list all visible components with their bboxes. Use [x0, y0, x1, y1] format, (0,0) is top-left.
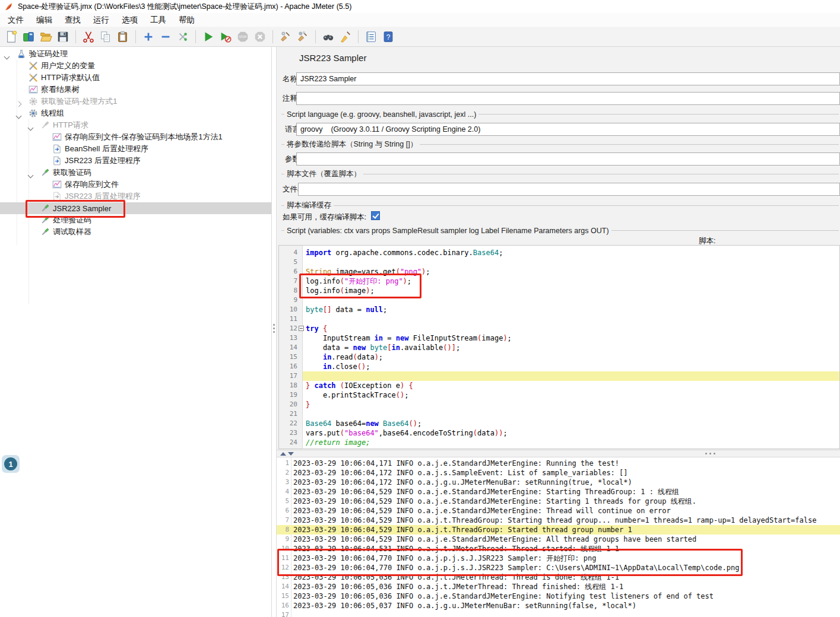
log-line-9: 92023-03-29 10:06:04,529 INFO o.a.j.e.St… — [277, 535, 840, 544]
tree-node-label: HTTP请求默认值 — [41, 72, 100, 83]
parameters-input[interactable] — [296, 152, 840, 166]
toggle-button[interactable] — [175, 29, 191, 44]
stop-icon: STOP — [236, 30, 249, 43]
tree-node-5[interactable]: 线程组 — [0, 107, 271, 119]
fold-collapse-icon[interactable] — [299, 326, 304, 331]
menu-run[interactable]: 运行 — [90, 14, 112, 27]
tree-node-13[interactable]: JSR223 Sampler — [0, 202, 271, 214]
templates-button[interactable] — [21, 29, 36, 44]
cut-icon — [82, 30, 95, 43]
line-number: 9 — [279, 295, 297, 305]
menu-tools[interactable]: 工具 — [147, 14, 169, 27]
shutdown-button[interactable] — [252, 29, 268, 44]
log-splitter[interactable] — [277, 450, 840, 457]
copy-button[interactable] — [98, 29, 113, 44]
name-input[interactable]: JSR223 Sampler — [296, 72, 840, 85]
toolbar-separator — [315, 30, 316, 43]
jmeter-window: Space-处理验证码.jmx (D:\WorkFiles\3 性能测试\jme… — [0, 0, 840, 617]
cut-button[interactable] — [81, 29, 96, 44]
cache-checkbox[interactable] — [371, 211, 380, 220]
code-line-10: 10byte[] data = null; — [303, 305, 839, 314]
tree-node-9[interactable]: JSR223 后置处理程序 — [0, 155, 271, 167]
group-script-file: 脚本文件（覆盖脚本） — [281, 170, 839, 179]
tree-node-6[interactable]: HTTP请求 — [0, 119, 271, 131]
comment-input[interactable] — [296, 92, 840, 105]
chevron-down-icon[interactable] — [5, 52, 11, 58]
save-button[interactable] — [55, 29, 71, 44]
log-line-8: 82023-03-29 10:06:04,529 INFO o.a.j.t.Th… — [277, 525, 840, 535]
flask-icon — [17, 49, 26, 59]
search-icon — [322, 30, 335, 43]
tree-node-4[interactable]: 获取验证码-处理方式1 — [0, 96, 271, 107]
collapse-all-button[interactable] — [158, 29, 173, 44]
tree-node-10[interactable]: 获取验证码 — [0, 167, 271, 179]
menu-file[interactable]: 文件 — [5, 14, 27, 27]
toolbar-separator — [135, 30, 136, 43]
tree-node-3[interactable]: 察看结果树 — [0, 84, 271, 96]
log-line-6: 62023-03-29 10:06:04,529 INFO o.a.j.e.St… — [277, 506, 840, 516]
tree-node-7[interactable]: 保存响应到文件-保存验证码到本地场景1方法1 — [0, 131, 271, 143]
test-plan-tree[interactable]: 验证码处理用户定义的变量HTTP请求默认值察看结果树获取验证码-处理方式1线程组… — [0, 47, 271, 617]
tree-node-1[interactable]: 用户定义的变量 — [0, 60, 271, 72]
stop-button[interactable]: STOP — [235, 29, 251, 44]
paste-button[interactable] — [115, 29, 131, 44]
tree-node-11[interactable]: 保存响应到文件 — [0, 179, 271, 190]
clear-button[interactable] — [278, 29, 293, 44]
function-helper-button[interactable] — [363, 29, 379, 44]
expand-all-button[interactable] — [141, 29, 156, 44]
help-button[interactable]: ? — [381, 29, 396, 44]
log-line-16: 162023-03-29 10:06:05,037 INFO o.a.j.g.u… — [277, 601, 840, 610]
filename-input[interactable] — [298, 183, 840, 196]
sampler-icon — [40, 203, 50, 213]
copy-icon — [99, 30, 112, 43]
splitter-grip-icon — [705, 453, 715, 454]
clear-icon — [279, 30, 292, 43]
tree-node-label: 获取验证码 — [53, 167, 91, 178]
reset-search-button[interactable] — [338, 29, 353, 44]
code-line-20: 20} — [303, 400, 839, 409]
help-icon: ? — [382, 30, 395, 43]
log-line-number: 6 — [277, 506, 289, 516]
chevron-right-icon[interactable] — [17, 99, 23, 105]
line-number: 24 — [279, 438, 297, 447]
tree-node-8[interactable]: BeanShell 后置处理程序 — [0, 143, 271, 155]
start-no-timers-button[interactable] — [218, 29, 233, 44]
log-line-number: 4 — [277, 487, 289, 497]
splitter-collapse-down-icon[interactable] — [288, 452, 294, 456]
splitter-collapse-up-icon[interactable] — [280, 452, 286, 456]
tree-node-label: 处理验证码 — [53, 215, 91, 225]
code-line-23: 23vars.put("base64",base64.encodeToStrin… — [303, 428, 839, 438]
open-button[interactable] — [38, 29, 53, 44]
chevron-down-icon[interactable] — [17, 111, 23, 117]
jmeter-logo-icon — [4, 2, 13, 11]
script-editor[interactable]: 4import org.apache.commons.codec.binary.… — [278, 245, 840, 449]
menu-help[interactable]: 帮助 — [176, 14, 198, 27]
menu-search[interactable]: 查找 — [62, 14, 84, 27]
start-button[interactable] — [201, 29, 216, 44]
log-line-number: 1 — [277, 459, 289, 468]
tree-node-15[interactable]: 调试取样器 — [0, 226, 271, 238]
language-select[interactable]: groovy (Groovy 3.0.11 / Groovy Scripting… — [296, 123, 840, 136]
collapse-all-icon — [159, 30, 172, 43]
split-divider[interactable] — [271, 47, 277, 617]
menu-options[interactable]: 选项 — [119, 14, 141, 27]
menu-edit[interactable]: 编辑 — [33, 14, 55, 27]
tree-node-14[interactable]: 处理验证码 — [0, 214, 271, 226]
tree-node-label: 获取验证码-处理方式1 — [41, 96, 118, 107]
chevron-down-icon[interactable] — [28, 123, 34, 129]
svg-text:?: ? — [386, 33, 391, 41]
log-line-number: 15 — [277, 591, 289, 601]
chevron-down-icon[interactable] — [28, 170, 34, 176]
new-button[interactable] — [4, 29, 19, 44]
log-viewer[interactable]: 12023-03-29 10:06:04,171 INFO o.a.j.e.St… — [277, 457, 840, 617]
line-number: 6 — [279, 267, 297, 276]
search-button[interactable] — [321, 29, 336, 44]
sampler-icon — [40, 215, 50, 225]
tree-node-2[interactable]: HTTP请求默认值 — [0, 72, 271, 84]
tree-node-0[interactable]: 验证码处理 — [0, 48, 271, 60]
tree-node-label: 察看结果树 — [41, 84, 80, 95]
gear-icon — [28, 109, 38, 118]
clear-all-button[interactable] — [295, 29, 310, 44]
tree-node-12[interactable]: JSR223 后置处理程序 — [0, 190, 271, 202]
log-line-5: 52023-03-29 10:06:04,529 INFO o.a.j.e.St… — [277, 497, 840, 506]
